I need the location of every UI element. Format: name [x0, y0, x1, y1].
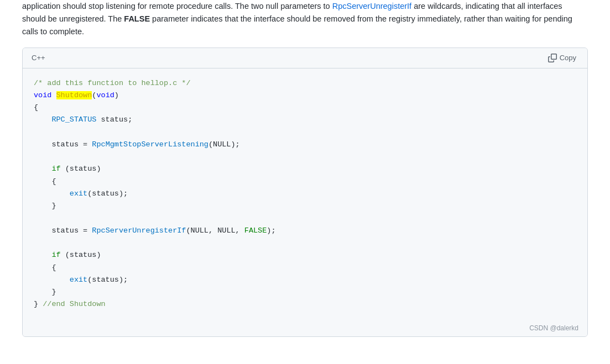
false-keyword: FALSE: [124, 14, 150, 23]
intro-text: application should stop listening for re…: [0, 0, 610, 48]
fn-exit2: exit: [70, 276, 87, 284]
keyword-if2: if: [51, 251, 60, 259]
code-block-header: C++ Copy: [23, 48, 587, 68]
code-language-label: C++: [32, 54, 45, 62]
copy-icon: [548, 54, 557, 62]
code-pre: /* add this function to hellop.c */ void…: [34, 77, 576, 311]
rpc-unregister-link[interactable]: RpcServerUnregisterIf: [332, 2, 411, 10]
keyword-void2: void: [96, 91, 114, 99]
keyword-void: void: [34, 91, 51, 99]
brace-open: {: [34, 103, 38, 112]
fn-exit1: exit: [70, 189, 87, 198]
watermark-text: CSDN @dalerkd: [529, 324, 578, 332]
fn-rpcmgmt: RpcMgmtStopServerListening: [92, 140, 208, 149]
function-name-shutdown: Shutdown: [56, 91, 92, 99]
copy-label: Copy: [560, 54, 576, 62]
page-wrapper: application should stop listening for re…: [0, 0, 610, 364]
comment-line: /* add this function to hellop.c */: [34, 79, 191, 87]
copy-button[interactable]: Copy: [546, 52, 578, 64]
watermark: CSDN @dalerkd: [23, 320, 587, 336]
type-rpc-status: RPC_STATUS: [51, 115, 96, 124]
intro-text-before-link: application should stop listening for re…: [22, 2, 332, 10]
keyword-if1: if: [51, 165, 60, 173]
code-content: /* add this function to hellop.c */ void…: [23, 68, 587, 320]
fn-rpcserver-unregister: RpcServerUnregisterIf: [92, 226, 186, 235]
code-block-wrapper: C++ Copy /* add this function to hellop.…: [22, 48, 588, 337]
comment-end: //end Shutdown: [43, 300, 105, 308]
keyword-false: FALSE: [244, 226, 267, 235]
